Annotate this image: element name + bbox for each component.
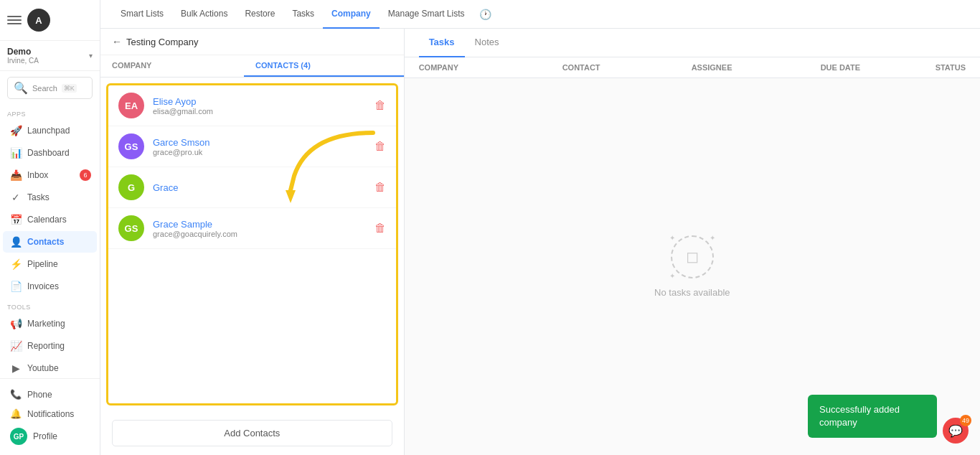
sidebar-item-launchpad[interactable]: 🚀 Launchpad [3,120,97,141]
chat-button[interactable]: 💬 49 [943,418,969,444]
search-shortcut: ⌘K [62,84,77,93]
back-arrow-icon: ← [112,36,122,47]
add-contacts-button[interactable]: Add Contacts [112,420,392,446]
tasks-duedate-header: Due Date [821,63,936,72]
sidebar-item-contacts[interactable]: 👤 Contacts [3,231,97,253]
delete-contact-icon[interactable]: 🗑 [374,99,386,112]
contacts-panel: EA Elise Ayop elisa@gmail.com 🗑 GS Garce… [106,83,398,405]
user-avatar: A [27,9,50,32]
top-nav-smart-lists[interactable]: Smart Lists [112,0,172,29]
footer-notifications[interactable]: 🔔 Notifications [3,404,97,423]
sidebar-item-label: Youtube [27,363,59,373]
contact-item[interactable]: GS Grace Sample grace@goacquirely.com 🗑 [108,208,396,249]
pipeline-icon: ⚡ [10,258,22,270]
content-area: ← Testing Company Company Contacts (4) E… [100,29,980,455]
contact-name[interactable]: Garce Smson [153,137,366,148]
profile-avatar: GP [10,428,27,445]
sidebar-item-inbox[interactable]: 📥 Inbox 6 [3,164,97,186]
contact-item[interactable]: EA Elise Ayop elisa@gmail.com 🗑 [108,85,396,126]
sidebar-item-label: Tasks [27,192,50,202]
calendars-icon: 📅 [10,214,22,225]
sidebar: A Demo Irvine, CA ▾ 🔍 Search ⌘K Apps 🚀 L… [0,0,100,455]
contact-item[interactable]: G Grace 🗑 [108,167,396,208]
delete-contact-icon[interactable]: 🗑 [374,222,386,235]
tools-section-label: Tools [0,298,100,312]
contact-avatar: GS [118,215,144,241]
top-nav-company[interactable]: Company [323,0,380,29]
youtube-icon: ▶ [10,362,22,374]
contact-name[interactable]: Grace Sample [153,219,366,230]
sidebar-item-label: Invoices [27,281,59,291]
sidebar-item-label: Inbox [27,170,48,180]
back-title: Testing Company [126,37,198,47]
sidebar-item-label: Dashboard [27,148,70,158]
reporting-icon: 📈 [10,340,22,352]
top-nav-bulk-actions[interactable]: Bulk Actions [172,0,236,29]
sidebar-item-label: Contacts [27,237,64,247]
sidebar-item-pipeline[interactable]: ⚡ Pipeline [3,253,97,275]
search-label: Search [32,84,57,93]
sparkle-icon: ✦ [669,272,675,280]
sidebar-item-marketing[interactable]: 📢 Marketing [3,313,97,334]
sidebar-item-tasks[interactable]: ✓ Tasks [3,187,97,208]
delete-contact-icon[interactable]: 🗑 [374,181,386,194]
contact-info: Elise Ayop elisa@gmail.com [153,96,366,116]
tab-notes[interactable]: Notes [465,29,509,57]
footer-profile-label: Profile [33,431,57,441]
hamburger-menu[interactable] [7,13,22,27]
empty-state-icon: ✦ ✦ ✦ [671,235,714,278]
sidebar-footer: 📞 Phone 🔔 Notifications GP Profile [0,378,100,455]
top-nav-tasks[interactable]: Tasks [283,0,323,29]
dashboard-icon: 📊 [10,147,22,159]
sidebar-item-label: Launchpad [27,126,70,136]
phone-icon: 📞 [10,389,22,400]
footer-notifications-label: Notifications [27,409,74,419]
sidebar-item-reporting[interactable]: 📈 Reporting [3,335,97,357]
search-icon: 🔍 [14,81,28,95]
workspace-selector[interactable]: Demo Irvine, CA ▾ [0,41,100,71]
sidebar-item-label: Pipeline [27,259,58,269]
top-nav-restore[interactable]: Restore [236,0,283,29]
search-bar[interactable]: 🔍 Search ⌘K [7,77,93,99]
tasks-icon: ✓ [10,192,22,203]
contact-info: Garce Smson grace@pro.uk [153,137,366,156]
contact-avatar: G [118,174,144,200]
contacts-header: Contacts (4) [244,55,404,77]
tasks-company-header: Company [419,63,562,72]
sidebar-item-dashboard[interactable]: 📊 Dashboard [3,142,97,164]
tasks-contact-header: Contact [562,63,692,72]
contact-email: grace@goacquirely.com [153,230,366,238]
sidebar-nav: Apps 🚀 Launchpad 📊 Dashboard 📥 Inbox 6 ✓… [0,105,100,378]
launchpad-icon: 🚀 [10,125,22,136]
sidebar-item-label: Reporting [27,341,65,351]
sidebar-item-label: Marketing [27,319,65,329]
back-nav[interactable]: ← Testing Company [100,29,404,55]
contact-info: Grace Sample grace@goacquirely.com [153,219,366,238]
empty-state-text: No tasks available [654,287,730,298]
tasks-assignee-header: Assignee [692,63,821,72]
clock-icon[interactable]: 🕐 [479,9,491,20]
contact-avatar: GS [118,133,144,159]
sidebar-header: A [0,0,100,41]
contacts-icon: 👤 [10,236,22,248]
top-nav-manage-smart-lists[interactable]: Manage Smart Lists [380,0,473,29]
sparkle-icon: ✦ [669,234,675,242]
sidebar-item-invoices[interactable]: 📄 Invoices [3,276,97,297]
contact-email: elisa@gmail.com [153,107,366,116]
top-nav: Smart Lists Bulk Actions Restore Tasks C… [100,0,980,29]
inbox-icon: 📥 [10,169,22,181]
contact-name[interactable]: Grace [153,182,366,193]
contact-name[interactable]: Elise Ayop [153,96,366,107]
sidebar-item-calendars[interactable]: 📅 Calendars [3,209,97,230]
contact-item[interactable]: GS Garce Smson grace@pro.uk 🗑 [108,126,396,167]
tasks-status-header: Status [936,63,966,72]
tab-tasks[interactable]: Tasks [419,29,465,57]
detail-tabs: Tasks Notes [405,29,980,57]
footer-phone[interactable]: 📞 Phone [3,385,97,404]
delete-contact-icon[interactable]: 🗑 [374,140,386,153]
right-panel: Tasks Notes Company Contact Assignee Due… [405,29,980,455]
sidebar-item-youtube[interactable]: ▶ Youtube [3,357,97,378]
contacts-list: EA Elise Ayop elisa@gmail.com 🗑 GS Garce… [108,85,396,403]
footer-profile[interactable]: GP Profile [3,423,97,449]
sidebar-item-label: Calendars [27,215,67,225]
